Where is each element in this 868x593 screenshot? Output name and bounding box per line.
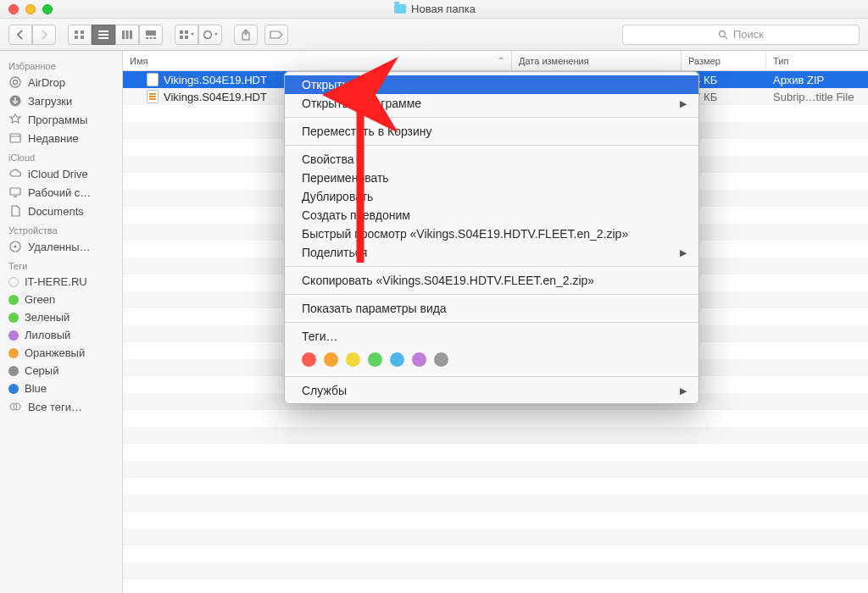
- sidebar: Избранное AirDrop Загрузки Программы Нед…: [0, 51, 123, 593]
- ctx-quicklook[interactable]: Быстрый просмотр «Vikings.S04E19.HDTV.FL…: [285, 224, 698, 243]
- ctx-info[interactable]: Свойства: [285, 150, 698, 169]
- forward-button[interactable]: [32, 25, 56, 45]
- tag-dot-purple: [8, 330, 19, 341]
- ctx-services[interactable]: Службы▶: [285, 381, 698, 400]
- column-header-name[interactable]: Имя⌃: [123, 51, 512, 70]
- column-view-button[interactable]: [115, 25, 139, 45]
- tag-color-purple[interactable]: [412, 352, 426, 367]
- disc-icon: [8, 240, 22, 253]
- documents-icon: [8, 204, 22, 218]
- ctx-open[interactable]: Открыть: [285, 75, 698, 94]
- sidebar-tag-purple[interactable]: Лиловый: [0, 326, 122, 344]
- svg-rect-7: [122, 30, 125, 39]
- sidebar-item-airdrop[interactable]: AirDrop: [0, 73, 122, 91]
- sidebar-header-devices: Устройства: [0, 220, 122, 237]
- ctx-rename[interactable]: Переименовать: [285, 169, 698, 187]
- ctx-open-with[interactable]: Открыть в программе▶: [285, 94, 698, 113]
- sidebar-tag-orange[interactable]: Оранжевый: [0, 344, 122, 362]
- tag-color-gray[interactable]: [434, 352, 448, 367]
- gallery-view-button[interactable]: [139, 25, 163, 45]
- tag-dot-orange: [8, 348, 19, 358]
- list-view-button[interactable]: [92, 25, 115, 45]
- ctx-copy[interactable]: Скопировать «Vikings.S04E19.HDTV.FLEET.e…: [285, 271, 698, 290]
- svg-rect-13: [153, 37, 156, 39]
- sidebar-tag-gray[interactable]: Серый: [0, 362, 122, 380]
- sidebar-tag-green[interactable]: Green: [0, 291, 122, 308]
- sidebar-item-apps[interactable]: Программы: [0, 110, 122, 129]
- share-button[interactable]: [234, 25, 258, 45]
- context-menu: Открыть Открыть в программе▶ Переместить…: [284, 71, 699, 404]
- tag-dot-blue: [8, 384, 19, 394]
- sidebar-tag-ithere[interactable]: IT-HERE.RU: [0, 273, 122, 291]
- view-mode-buttons: [68, 25, 163, 45]
- tag-color-yellow[interactable]: [346, 352, 360, 367]
- nav-buttons: [8, 25, 56, 45]
- svg-rect-9: [130, 30, 132, 39]
- svg-point-22: [14, 80, 18, 85]
- sidebar-tag-zeleny[interactable]: Зеленый: [0, 308, 122, 326]
- window-controls: [0, 4, 53, 14]
- arrange-button[interactable]: [175, 25, 198, 45]
- ctx-separator: [285, 266, 698, 267]
- svg-rect-5: [98, 34, 108, 36]
- minimize-window-button[interactable]: [25, 4, 36, 14]
- folder-icon: [394, 4, 406, 14]
- all-tags-icon: [8, 400, 22, 413]
- tag-dot-green: [8, 295, 19, 305]
- submenu-arrow-icon: ▶: [680, 98, 687, 109]
- column-header-size[interactable]: Размер: [682, 51, 766, 70]
- file-kind-cell: Архив ZIP: [766, 74, 868, 86]
- sidebar-item-remote-disc[interactable]: Удаленны…: [0, 237, 122, 256]
- cloud-icon: [8, 167, 22, 180]
- desktop-icon: [8, 186, 22, 199]
- tag-color-blue[interactable]: [390, 352, 404, 367]
- svg-rect-10: [146, 30, 156, 36]
- sidebar-item-downloads[interactable]: Загрузки: [0, 91, 122, 110]
- ctx-share[interactable]: Поделиться▶: [285, 243, 698, 262]
- svg-rect-16: [180, 36, 183, 39]
- tag-dot-empty: [8, 277, 19, 287]
- column-header-date[interactable]: Дата изменения: [512, 51, 682, 70]
- tag-color-orange[interactable]: [324, 352, 338, 367]
- ctx-separator: [285, 294, 698, 295]
- ctx-tags-label: Теги…: [285, 327, 698, 346]
- tag-dot-gray: [8, 366, 19, 376]
- ctx-tag-picker: [285, 346, 698, 372]
- window-title: Новая папка: [53, 3, 817, 15]
- sidebar-item-desktop[interactable]: Рабочий с…: [0, 183, 122, 202]
- back-button[interactable]: [8, 25, 32, 45]
- arrange-action-buttons: [175, 25, 222, 45]
- share-tag-buttons: [234, 25, 288, 45]
- search-icon: [718, 30, 728, 40]
- ctx-trash[interactable]: Переместить в Корзину: [285, 122, 698, 141]
- sort-indicator-icon: ⌃: [498, 56, 504, 65]
- sidebar-item-recents[interactable]: Недавние: [0, 129, 122, 147]
- tag-color-red[interactable]: [302, 352, 316, 367]
- search-field[interactable]: Поиск: [622, 25, 860, 45]
- column-header-row: Имя⌃ Дата изменения Размер Тип: [123, 51, 868, 71]
- ctx-duplicate[interactable]: Дублировать: [285, 187, 698, 206]
- airdrop-icon: [8, 75, 22, 89]
- search-placeholder: Поиск: [733, 28, 764, 41]
- sidebar-tag-blue[interactable]: Blue: [0, 380, 122, 397]
- zoom-window-button[interactable]: [42, 4, 53, 14]
- close-window-button[interactable]: [8, 4, 19, 14]
- sidebar-item-icloud-drive[interactable]: iCloud Drive: [0, 164, 122, 183]
- file-kind-cell: Subrip…title File: [766, 91, 868, 103]
- ctx-alias[interactable]: Создать псевдоним: [285, 206, 698, 224]
- sidebar-item-documents[interactable]: Documents: [0, 202, 122, 220]
- svg-rect-8: [126, 30, 129, 39]
- ctx-separator: [285, 117, 698, 118]
- ctx-view-options[interactable]: Показать параметры вида: [285, 299, 698, 318]
- column-header-kind[interactable]: Тип: [766, 51, 868, 70]
- svg-rect-24: [10, 134, 20, 142]
- tag-color-green[interactable]: [368, 352, 382, 367]
- tag-button[interactable]: [264, 25, 288, 45]
- svg-rect-17: [185, 36, 188, 39]
- ctx-separator: [285, 322, 698, 323]
- icon-view-button[interactable]: [68, 25, 92, 45]
- window-title-text: Новая папка: [411, 3, 476, 15]
- svg-point-21: [10, 77, 20, 87]
- sidebar-tag-all[interactable]: Все теги…: [0, 397, 122, 416]
- action-menu-button[interactable]: [198, 25, 222, 45]
